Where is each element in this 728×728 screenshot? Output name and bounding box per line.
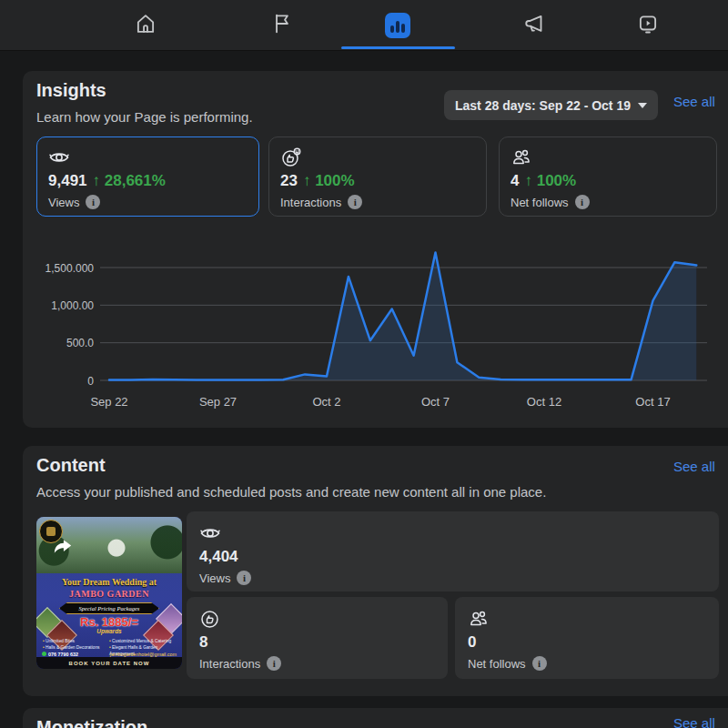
eye-icon	[48, 147, 248, 168]
date-range-label: Last 28 days: Sep 22 - Oct 19	[455, 98, 631, 113]
content-interactions-tile[interactable]: 8 Interactions	[187, 597, 448, 679]
interactions-value: 23	[280, 172, 298, 189]
net-follows-label: Net follows	[511, 196, 569, 209]
interactions-icon	[280, 147, 475, 168]
flag-icon	[270, 12, 294, 39]
date-range-dropdown[interactable]: Last 28 days: Sep 22 - Oct 19	[444, 90, 658, 120]
info-icon[interactable]	[348, 195, 362, 209]
monetization-card: Monetization See all	[23, 708, 728, 728]
content-interactions-label: Interactions	[199, 657, 260, 671]
svg-text:Sep 22: Sep 22	[90, 395, 127, 409]
views-label: Views	[48, 196, 79, 209]
content-card: Content See all Access your published an…	[23, 446, 728, 696]
active-tab-indicator	[341, 46, 455, 49]
svg-text:500.0: 500.0	[66, 337, 94, 349]
svg-text:Oct 7: Oct 7	[421, 395, 450, 409]
views-delta: 28,661%	[105, 172, 166, 189]
up-arrow-icon: ↑	[93, 172, 101, 189]
up-arrow-icon: ↑	[524, 172, 532, 189]
svg-text:Oct 2: Oct 2	[312, 395, 340, 409]
poster-ribbon: Special Pricing Packages	[59, 602, 159, 614]
poster-price: Rs. 1885/=	[36, 615, 182, 629]
interactions-label: Interactions	[280, 196, 341, 209]
tab-insights[interactable]	[376, 12, 420, 39]
content-views-label: Views	[199, 571, 230, 585]
info-icon[interactable]	[237, 571, 251, 585]
content-views-value: 4,404	[199, 548, 238, 565]
insights-title: Insights	[36, 80, 106, 101]
insights-see-all-link[interactable]: See all	[673, 94, 715, 109]
content-interactions-value: 8	[199, 633, 207, 651]
content-see-all-link[interactable]: See all	[673, 459, 715, 474]
info-icon[interactable]	[267, 656, 281, 671]
interactions-icon	[199, 608, 435, 630]
views-value-row: 9,491↑ 28,661%	[48, 172, 248, 190]
top-navigation-bar	[0, 0, 728, 51]
poster-footer: BOOK YOUR DATE NOW	[36, 657, 182, 669]
poster-price-note: Upwards	[36, 628, 182, 634]
stat-card-views[interactable]: 9,491↑ 28,661% Views	[36, 136, 259, 217]
content-net-follows-value: 0	[468, 633, 476, 651]
content-net-follows-tile[interactable]: 0 Net follows	[455, 597, 719, 679]
people-icon	[468, 608, 706, 630]
home-icon	[134, 12, 157, 39]
net-follows-value-row: 4↑ 100%	[511, 172, 705, 190]
poster-headline: Your Dream Wedding at	[36, 577, 182, 587]
info-icon[interactable]	[86, 195, 100, 209]
views-line-chart: 1,500.0001,000.00500.00Sep 22Sep 27Oct 2…	[23, 242, 728, 424]
content-net-follows-label: Net follows	[468, 657, 526, 671]
poster-bullets-left: Unlimited Bites Halls & Garden Decoratio…	[43, 638, 106, 651]
tab-videos[interactable]	[626, 12, 670, 39]
insights-bar-chart-icon	[385, 13, 410, 38]
svg-text:Oct 12: Oct 12	[527, 395, 561, 409]
insights-chart-svg: 1,500.0001,000.00500.00Sep 22Sep 27Oct 2…	[23, 242, 728, 424]
stat-card-net-follows[interactable]: 4↑ 100% Net follows	[499, 136, 717, 217]
chevron-down-icon	[638, 103, 647, 108]
tab-pages[interactable]	[260, 12, 304, 39]
content-subtitle: Access your published and scheduled post…	[36, 484, 546, 500]
svg-text:0: 0	[87, 375, 94, 388]
svg-text:1,500.000: 1,500.000	[46, 262, 95, 275]
views-value: 9,491	[48, 172, 87, 189]
video-icon	[636, 12, 660, 39]
svg-text:Oct 17: Oct 17	[635, 395, 670, 409]
megaphone-icon	[523, 12, 547, 39]
info-icon[interactable]	[575, 195, 590, 209]
svg-text:Sep 27: Sep 27	[199, 395, 237, 409]
share-arrow-icon	[53, 539, 73, 558]
monetization-title: Monetization	[36, 717, 147, 728]
people-icon	[511, 147, 705, 168]
post-thumbnail[interactable]: Your Dream Wedding at JAMBO GARDEN Speci…	[36, 517, 182, 669]
insights-card: Insights Learn how your Page is performi…	[23, 71, 728, 428]
info-icon[interactable]	[532, 656, 547, 671]
poster-hotel-name: JAMBO GARDEN	[36, 589, 182, 599]
content-title: Content	[36, 455, 106, 476]
stat-card-interactions[interactable]: 23↑ 100% Interactions	[268, 136, 487, 217]
up-arrow-icon: ↑	[303, 172, 311, 189]
interactions-delta: 100%	[315, 172, 354, 189]
svg-text:1,000.00: 1,000.00	[51, 299, 94, 312]
eye-icon	[199, 522, 706, 544]
content-views-tile[interactable]: 4,404 Views	[187, 511, 719, 592]
interactions-value-row: 23↑ 100%	[280, 172, 475, 190]
tab-ads[interactable]	[513, 12, 557, 39]
insights-subtitle: Learn how your Page is performing.	[36, 109, 253, 125]
tab-home[interactable]	[124, 12, 167, 39]
net-follows-value: 4	[511, 172, 519, 189]
monetization-see-all-link[interactable]: See all	[673, 715, 715, 728]
net-follows-delta: 100%	[537, 172, 576, 189]
